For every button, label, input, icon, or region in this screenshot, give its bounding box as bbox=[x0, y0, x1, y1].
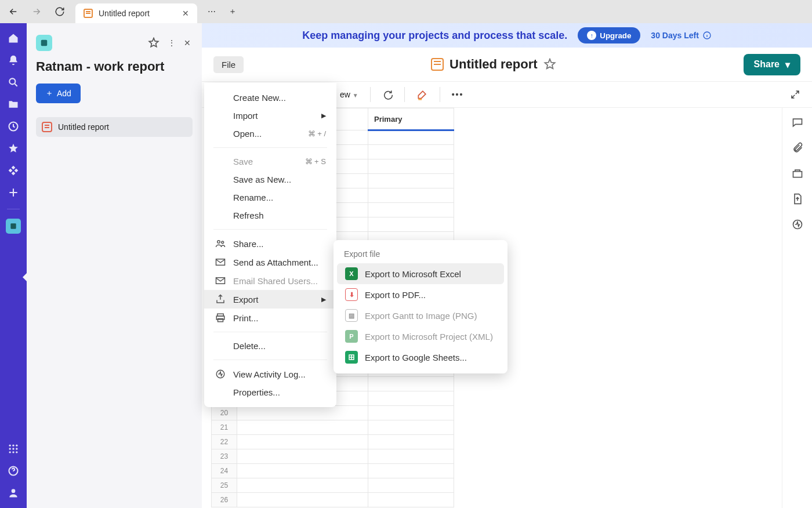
view-dropdown[interactable]: ew ▼ bbox=[340, 90, 358, 99]
home-icon[interactable] bbox=[6, 31, 20, 45]
workapps-icon[interactable] bbox=[6, 164, 20, 177]
cell[interactable] bbox=[368, 391, 454, 406]
upgrade-button[interactable]: ↑ Upgrade bbox=[578, 27, 640, 43]
star-icon[interactable] bbox=[6, 141, 20, 155]
menu-share[interactable]: Share... bbox=[204, 234, 336, 253]
cell[interactable] bbox=[237, 493, 368, 507]
cell[interactable] bbox=[368, 435, 454, 449]
cell[interactable] bbox=[237, 449, 368, 464]
more-toolbar-icon[interactable]: ••• bbox=[452, 90, 464, 99]
table-row[interactable]: 21 bbox=[212, 420, 454, 435]
apps-grid-icon[interactable] bbox=[6, 442, 20, 456]
table-row[interactable]: 25 bbox=[212, 478, 454, 493]
menu-delete[interactable]: Delete... bbox=[204, 337, 336, 355]
table-row[interactable]: 24 bbox=[212, 464, 454, 478]
menu-import[interactable]: Import▶ bbox=[204, 107, 336, 125]
menu-open[interactable]: Open...⌘ + / bbox=[204, 125, 336, 143]
publish-icon[interactable] bbox=[791, 193, 804, 205]
cell[interactable] bbox=[368, 449, 454, 464]
cell[interactable] bbox=[237, 435, 368, 449]
export-gsheets[interactable]: Export to Google Sheets... bbox=[337, 347, 504, 368]
cell[interactable] bbox=[368, 464, 454, 478]
clock-icon[interactable] bbox=[6, 119, 20, 133]
browser-tab[interactable]: Untitled report ✕ bbox=[75, 3, 197, 23]
cell[interactable] bbox=[368, 130, 454, 145]
cell[interactable] bbox=[237, 406, 368, 420]
upgrade-banner: Keep managing your projects and process … bbox=[202, 23, 812, 48]
menu-export[interactable]: Export▶ bbox=[204, 290, 336, 309]
folder-icon[interactable] bbox=[6, 97, 20, 111]
cell[interactable] bbox=[368, 406, 454, 420]
cell[interactable] bbox=[368, 493, 454, 507]
menu-rename[interactable]: Rename... bbox=[204, 188, 336, 206]
file-menu-button[interactable]: File bbox=[213, 56, 244, 73]
cell[interactable] bbox=[237, 420, 368, 435]
help-icon[interactable] bbox=[6, 464, 20, 478]
upgrade-arrow-icon: ↑ bbox=[587, 31, 596, 40]
cell[interactable] bbox=[368, 174, 454, 188]
refresh-icon[interactable] bbox=[52, 4, 67, 19]
back-icon[interactable] bbox=[6, 4, 21, 19]
forward-icon[interactable] bbox=[29, 4, 44, 19]
table-row[interactable]: 20 bbox=[212, 406, 454, 420]
proof-icon[interactable] bbox=[791, 167, 804, 180]
cell[interactable] bbox=[368, 420, 454, 435]
menu-email-shared: Email Shared Users... bbox=[204, 271, 336, 290]
favorite-star-icon[interactable] bbox=[543, 58, 556, 71]
cell[interactable] bbox=[368, 145, 454, 159]
menu-refresh[interactable]: Refresh bbox=[204, 206, 336, 224]
table-row[interactable]: 23 bbox=[212, 449, 454, 464]
activity-icon[interactable] bbox=[791, 218, 804, 231]
menu-send-attachment[interactable]: Send as Attachment... bbox=[204, 253, 336, 271]
user-icon[interactable] bbox=[6, 486, 20, 500]
document-title[interactable]: Untitled report bbox=[449, 57, 538, 72]
submenu-header: Export file bbox=[334, 246, 507, 263]
export-excel[interactable]: XExport to Microsoft Excel bbox=[337, 263, 504, 284]
cell[interactable] bbox=[368, 188, 454, 203]
cell[interactable] bbox=[237, 464, 368, 478]
tab-menu-icon[interactable]: ⋯ bbox=[205, 5, 218, 19]
new-tab-icon[interactable]: ＋ bbox=[226, 4, 239, 19]
cell[interactable] bbox=[368, 217, 454, 232]
comments-icon[interactable] bbox=[791, 116, 804, 129]
column-header-primary[interactable]: Primary bbox=[368, 108, 454, 130]
expand-icon[interactable] bbox=[790, 89, 800, 100]
trial-days[interactable]: 30 Days Left bbox=[651, 31, 711, 40]
export-pdf[interactable]: ⬇Export to PDF... bbox=[337, 284, 504, 305]
caret-icon: ▼ bbox=[353, 92, 358, 99]
menu-properties[interactable]: Properties... bbox=[204, 383, 336, 401]
right-rail bbox=[782, 108, 812, 508]
menu-divider bbox=[213, 229, 327, 230]
print-icon bbox=[215, 313, 226, 323]
menu-create-new[interactable]: Create New... bbox=[204, 89, 336, 107]
workspace-icon[interactable] bbox=[6, 219, 21, 234]
plus-icon[interactable] bbox=[6, 186, 20, 199]
dropdown-caret-icon: ▾ bbox=[785, 59, 790, 70]
svg-point-8 bbox=[16, 448, 17, 449]
close-tab-icon[interactable]: ✕ bbox=[182, 9, 189, 18]
sidebar-item-report[interactable]: Untitled report bbox=[36, 117, 193, 137]
row-number: 22 bbox=[212, 435, 237, 449]
cell[interactable] bbox=[368, 478, 454, 493]
search-icon[interactable] bbox=[6, 75, 20, 89]
bell-icon[interactable] bbox=[6, 53, 20, 67]
highlight-icon[interactable] bbox=[416, 89, 428, 100]
redo-icon[interactable] bbox=[382, 89, 393, 100]
kebab-menu-icon[interactable]: ⋮ bbox=[166, 37, 177, 49]
active-indicator bbox=[23, 273, 27, 282]
cell[interactable] bbox=[368, 377, 454, 391]
table-row[interactable]: 22 bbox=[212, 435, 454, 449]
menu-print[interactable]: Print... bbox=[204, 309, 336, 327]
trial-label: 30 Days Left bbox=[651, 31, 698, 40]
attachments-icon[interactable] bbox=[791, 141, 804, 154]
cell[interactable] bbox=[368, 203, 454, 217]
cell[interactable] bbox=[368, 159, 454, 174]
share-button[interactable]: Share ▾ bbox=[744, 54, 800, 75]
star-outline-icon[interactable] bbox=[146, 35, 161, 50]
add-button[interactable]: ＋ Add bbox=[36, 84, 81, 103]
cell[interactable] bbox=[237, 478, 368, 493]
close-sidebar-icon[interactable]: ✕ bbox=[182, 37, 193, 49]
menu-save-as[interactable]: Save as New... bbox=[204, 170, 336, 188]
table-row[interactable]: 26 bbox=[212, 493, 454, 507]
menu-activity-log[interactable]: View Activity Log... bbox=[204, 365, 336, 383]
